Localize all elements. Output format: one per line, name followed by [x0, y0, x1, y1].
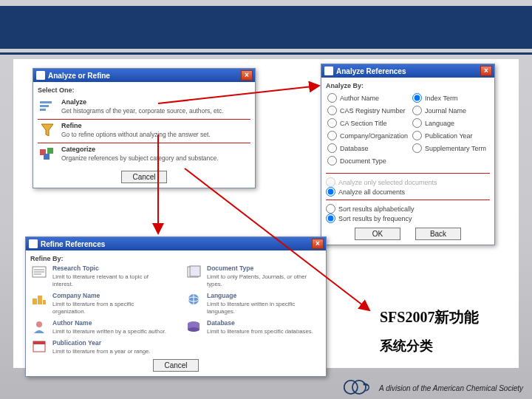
cancel-button[interactable]: Cancel: [153, 359, 199, 372]
app-icon: [36, 71, 45, 80]
analyze-by-option[interactable]: Author Name: [327, 93, 408, 103]
option-desc: Organize references by subject category …: [61, 154, 219, 162]
analyze-by-option[interactable]: Language: [412, 118, 488, 128]
header-banner: [0, 6, 532, 49]
option-icon: [185, 292, 202, 307]
titlebar[interactable]: Analyze or Refine ×: [33, 69, 255, 82]
option-name: Categorize: [61, 146, 219, 153]
analyze-by-option[interactable]: Journal Name: [412, 106, 488, 115]
analyze-or-refine-dialog: Analyze or Refine × Select One: Analyze …: [33, 68, 256, 188]
option-icon: [30, 292, 48, 307]
analyze-refine-option[interactable]: Refine Go to refine options without anal…: [38, 120, 250, 143]
titlebar-refine-refs[interactable]: Refine References ×: [26, 237, 326, 250]
cas-logo-icon: [344, 380, 375, 396]
option-icon: [38, 146, 57, 162]
analyze-refine-option[interactable]: Categorize Organize references by subjec…: [38, 143, 250, 166]
close-icon[interactable]: ×: [312, 239, 324, 249]
option-desc: Limit to literature from specific databa…: [207, 328, 313, 335]
svg-rect-1: [40, 105, 49, 107]
analyze-by-option[interactable]: Publication Year: [412, 131, 488, 140]
analyze-by-option[interactable]: CA Section Title: [327, 118, 408, 128]
svg-rect-23: [33, 341, 45, 344]
svg-rect-11: [190, 266, 200, 276]
option-name: Refine: [61, 122, 211, 129]
refine-option[interactable]: Database Limit to literature from specif…: [185, 319, 321, 335]
option-label: Sort results alphabetically: [338, 205, 415, 213]
analyze-refine-option[interactable]: Analyze Get histograms of the year, corp…: [38, 96, 250, 120]
svg-point-27: [344, 381, 358, 394]
option-name: Analyze: [61, 98, 224, 106]
titlebar-analyze-refs[interactable]: Analyze References ×: [321, 64, 494, 78]
svg-rect-14: [43, 300, 46, 304]
ok-button[interactable]: OK: [355, 228, 400, 240]
analyze-by-option[interactable]: CAS Registry Number: [327, 106, 408, 115]
svg-rect-13: [38, 296, 42, 304]
svg-point-28: [352, 381, 366, 394]
close-icon[interactable]: ×: [480, 66, 492, 76]
option-desc: Limit to only Patents, Journals, or othe…: [207, 273, 307, 287]
svg-point-18: [36, 321, 42, 327]
refine-option[interactable]: Author Name Limit to literature written …: [30, 319, 167, 335]
svg-rect-2: [40, 109, 46, 111]
sort-option[interactable]: Sort results by frequency: [326, 214, 490, 223]
close-icon[interactable]: ×: [241, 70, 253, 81]
refine-by-label: Refine By:: [30, 255, 321, 262]
refine-option[interactable]: Document Type Limit to only Patents, Jou…: [185, 265, 321, 287]
option-desc: Limit to literature written in specific …: [207, 301, 295, 315]
svg-rect-12: [33, 299, 37, 304]
option-name: Research Topic: [52, 265, 167, 272]
option-icon: [30, 339, 48, 354]
option-label: Publication Year: [425, 132, 473, 140]
option-icon: [185, 265, 202, 279]
analyze-by-label: Analyze By:: [326, 82, 490, 89]
svg-rect-5: [44, 154, 50, 160]
analyze-references-dialog: Analyze References × Analyze By: Author …: [321, 64, 495, 245]
option-icon: [30, 319, 48, 334]
analyze-by-option[interactable]: Document Type: [327, 156, 408, 166]
analyze-by-option[interactable]: Database: [327, 143, 408, 153]
slide-label-sub: 系统分类: [375, 335, 437, 356]
option-label: Document Type: [340, 157, 386, 165]
dialog-title: Analyze or Refine: [48, 72, 110, 80]
scope-option: Analyze only selected documents: [326, 177, 490, 187]
option-icon: [30, 265, 48, 279]
option-label: Language: [425, 120, 454, 127]
option-label: Author Name: [340, 95, 379, 102]
svg-rect-4: [47, 148, 53, 154]
option-label: Journal Name: [425, 107, 466, 115]
refine-option[interactable]: Language Limit to literature written in …: [185, 292, 321, 315]
scope-option[interactable]: Analyze all documents: [326, 187, 490, 197]
refine-option[interactable]: Publication Year Limit to literature fro…: [30, 339, 167, 355]
cancel-button[interactable]: Cancel: [121, 171, 167, 183]
analyze-by-option[interactable]: Company/Organization: [327, 131, 408, 140]
sort-option[interactable]: Sort results alphabetically: [326, 204, 490, 214]
dialog-title: Analyze References: [336, 67, 406, 75]
option-desc: Limit to literature relevant to a topic …: [52, 273, 149, 287]
option-name: Author Name: [52, 319, 166, 327]
footer-text: A division of the American Chemical Soci…: [379, 384, 523, 392]
option-name: Database: [207, 319, 313, 327]
analyze-by-option[interactable]: Index Term: [412, 93, 488, 103]
option-label: Company/Organization: [340, 132, 408, 140]
refine-references-dialog: Refine References × Refine By: Research …: [25, 236, 327, 377]
option-label: Database: [340, 145, 369, 152]
option-label: Supplementary Term: [425, 145, 486, 152]
option-label: Analyze all documents: [338, 188, 405, 196]
option-label: Sort results by frequency: [338, 215, 412, 222]
refine-option[interactable]: Research Topic Limit to literature relev…: [30, 265, 167, 287]
option-desc: Limit to literature from a year or range…: [52, 348, 151, 355]
option-name: Document Type: [207, 265, 321, 272]
analyze-by-option[interactable]: Supplementary Term: [412, 143, 488, 153]
refine-option[interactable]: Company Name Limit to literature from a …: [30, 292, 167, 315]
app-icon: [29, 239, 38, 248]
app-icon: [324, 66, 333, 75]
option-label: CAS Registry Number: [340, 107, 406, 115]
option-desc: Limit to literature written by a specifi…: [52, 328, 166, 335]
select-one-label: Select One:: [38, 86, 250, 94]
dialog-title: Refine References: [41, 240, 105, 248]
option-desc: Get histograms of the year, corporate so…: [61, 107, 224, 115]
option-name: Language: [207, 292, 321, 299]
svg-point-21: [188, 327, 200, 332]
option-name: Company Name: [52, 292, 167, 299]
back-button[interactable]: Back: [415, 228, 461, 240]
